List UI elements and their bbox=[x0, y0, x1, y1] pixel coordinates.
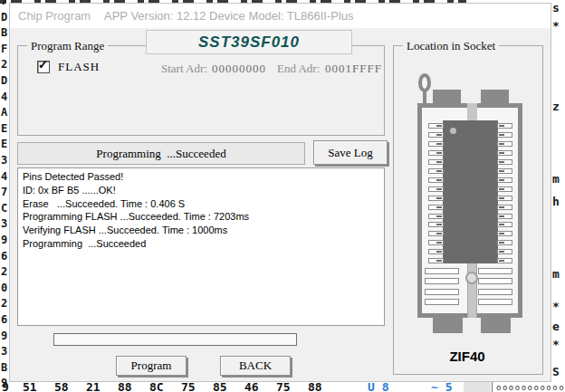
socket-lever-icon bbox=[418, 73, 431, 92]
log-line: Pins Detected Passed! bbox=[23, 170, 384, 184]
socket-pin bbox=[497, 177, 512, 183]
background-dots-row: ooooooooooo bbox=[496, 383, 565, 392]
pin-contact bbox=[499, 215, 504, 217]
socket-pin bbox=[428, 177, 444, 183]
chip-pin1-dot bbox=[450, 128, 456, 134]
pin-contact bbox=[436, 152, 442, 154]
progress-bar bbox=[53, 333, 297, 346]
socket-pin bbox=[497, 123, 512, 129]
pin-contact bbox=[436, 260, 442, 262]
pin-contact bbox=[499, 152, 504, 154]
pin-contact bbox=[436, 206, 442, 208]
end-adr-value: 0001FFFF bbox=[325, 62, 382, 76]
bg-hex-char: B bbox=[1, 362, 7, 373]
title-bar: Chip Program APP Version: 12.12 Device M… bbox=[10, 4, 551, 28]
pin-contact bbox=[499, 125, 504, 127]
socket-pin bbox=[428, 132, 444, 138]
pin-contact bbox=[499, 224, 504, 225]
bg-ascii-char: * bbox=[552, 339, 560, 350]
pin-contact bbox=[436, 233, 442, 234]
pin-contact bbox=[436, 242, 442, 244]
bg-hex-value: 9 bbox=[2, 380, 9, 392]
socket-pin bbox=[428, 231, 444, 236]
socket-pin bbox=[497, 249, 512, 254]
bg-hex-char: 9 bbox=[1, 330, 7, 341]
socket-pin bbox=[428, 205, 444, 210]
start-adr-value: 00000000 bbox=[212, 62, 266, 76]
bg-hex-char: 6 bbox=[1, 314, 7, 325]
bg-hex-char: F bbox=[1, 43, 7, 54]
bg-hex-char: 3 bbox=[1, 218, 7, 229]
pin-contact bbox=[499, 170, 504, 172]
bg-hex-char: A bbox=[1, 107, 7, 118]
socket-pin bbox=[497, 196, 512, 201]
pin-contact bbox=[499, 242, 504, 244]
bg-hex-char: 2 bbox=[1, 298, 7, 309]
bg-ascii-char: h bbox=[552, 196, 560, 207]
back-button[interactable]: BACK bbox=[220, 356, 291, 376]
log-output[interactable]: Pins Detected Passed!ID: 0x BF B5 ......… bbox=[17, 167, 385, 326]
pin-contact bbox=[499, 134, 504, 136]
socket-pin bbox=[497, 159, 512, 165]
socket-pin bbox=[428, 141, 444, 147]
flash-checkbox[interactable]: ✓ bbox=[37, 61, 50, 73]
pin-contact bbox=[499, 260, 504, 262]
bg-ascii-char: z bbox=[552, 101, 560, 112]
socket-empty-slot bbox=[478, 278, 512, 284]
pin-contact bbox=[499, 233, 504, 234]
socket-top-right-tab bbox=[481, 90, 509, 104]
log-line: Erase ...Succeeded. Time : 0.406 S bbox=[23, 197, 384, 211]
bg-hex-char: 6 bbox=[1, 251, 7, 262]
bg-ascii-char: S bbox=[552, 367, 560, 378]
start-adr-label: Start Adr: bbox=[161, 62, 207, 76]
socket-top-left-tab bbox=[433, 90, 461, 104]
socket-empty-slot bbox=[425, 278, 459, 284]
socket-pin bbox=[428, 150, 444, 156]
socket-pin bbox=[428, 196, 444, 201]
socket-pin bbox=[497, 141, 512, 147]
pin-contact bbox=[499, 179, 504, 181]
bg-ascii-char: m bbox=[552, 269, 560, 280]
socket-pin bbox=[497, 214, 512, 219]
socket-bottom-left-tab bbox=[433, 318, 463, 333]
screen: { "window": { "title": "Chip Program", "… bbox=[0, 0, 565, 392]
chip-name: SST39SF010 bbox=[198, 33, 300, 52]
socket-empty-slot bbox=[478, 268, 512, 274]
socket-pin bbox=[497, 132, 512, 138]
pin-contact bbox=[436, 161, 442, 163]
bg-ascii-char: m bbox=[552, 174, 560, 185]
bg-hex-char: E bbox=[1, 123, 7, 134]
window-title: Chip Program bbox=[18, 9, 91, 23]
socket-bottom-right-tab bbox=[481, 318, 511, 333]
socket-pin bbox=[428, 240, 444, 245]
log-line: Programming FLASH ...Succeeded. Time : 7… bbox=[23, 210, 384, 224]
inserted-chip bbox=[443, 120, 498, 263]
bg-hex-char: 9 bbox=[1, 234, 7, 245]
log-line: ID: 0x BF B5 ......OK! bbox=[23, 184, 384, 197]
pin-contact bbox=[436, 125, 442, 127]
bg-hex-char: C bbox=[1, 203, 7, 214]
flash-checkbox-row: ✓ FLASH bbox=[37, 60, 100, 74]
socket-name: ZIF40 bbox=[393, 349, 541, 364]
bg-hex-char: 7 bbox=[1, 0, 7, 6]
pin-contact bbox=[436, 197, 442, 199]
program-button[interactable]: Program bbox=[116, 356, 187, 376]
socket-empty-slot bbox=[478, 299, 512, 305]
socket-pin bbox=[428, 123, 444, 129]
bg-hex-char: 3 bbox=[1, 346, 7, 357]
pin-contact bbox=[499, 206, 504, 208]
pin-contact bbox=[436, 188, 442, 190]
bg-ascii-char: * bbox=[552, 301, 560, 312]
location-in-socket-label: Location in Socket bbox=[403, 39, 499, 53]
socket-pin bbox=[497, 186, 512, 192]
socket-pin bbox=[428, 214, 444, 219]
pin-contact bbox=[436, 143, 442, 145]
pin-contact bbox=[499, 143, 504, 145]
checkmark-icon: ✓ bbox=[38, 58, 48, 72]
pin-contact bbox=[436, 179, 442, 181]
pin-contact bbox=[499, 197, 504, 199]
save-log-button[interactable]: Save Log bbox=[313, 140, 388, 165]
bg-hex-char: 4 bbox=[1, 171, 7, 182]
pin-contact bbox=[499, 188, 504, 190]
pin-contact bbox=[436, 251, 442, 253]
